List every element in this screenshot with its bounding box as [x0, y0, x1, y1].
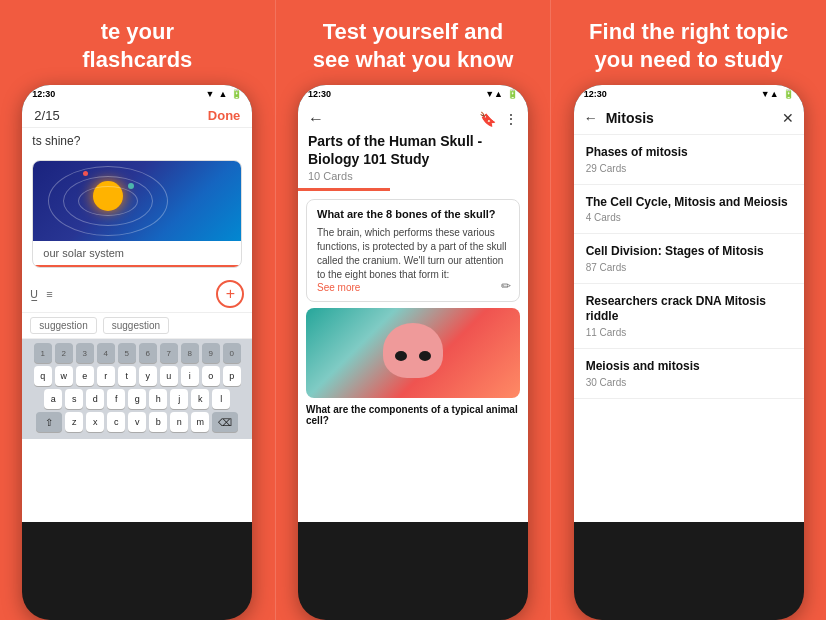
edit-icon[interactable]: ✏: [501, 279, 511, 293]
list-icon[interactable]: ≡: [46, 288, 52, 300]
keyboard[interactable]: 1 2 3 4 5 6 7 8 9 0 q w e r t y: [22, 339, 252, 439]
skull-image: [306, 308, 520, 398]
deck-count: 10 Cards: [298, 170, 528, 188]
card-image: [33, 161, 241, 241]
key-6[interactable]: 6: [139, 343, 157, 363]
key-i[interactable]: i: [181, 366, 199, 386]
key-l[interactable]: l: [212, 389, 230, 409]
time-3: 12:30: [584, 89, 607, 99]
panel-3-heading: Find the right topic you need to study: [571, 0, 806, 85]
key-z[interactable]: z: [65, 412, 83, 432]
key-x[interactable]: x: [86, 412, 104, 432]
key-1[interactable]: 1: [34, 343, 52, 363]
key-y[interactable]: y: [139, 366, 157, 386]
row-qwerty: q w e r t y u i o p: [24, 366, 250, 386]
item-title-2: Cell Division: Stages of Mitosis: [586, 244, 792, 260]
key-t[interactable]: t: [118, 366, 136, 386]
key-u[interactable]: u: [160, 366, 178, 386]
back-button-3[interactable]: ←: [584, 110, 598, 126]
suggestion-2[interactable]: suggestion: [103, 317, 169, 334]
key-q[interactable]: q: [34, 366, 52, 386]
phone-content-1: 2/15 Done ts shine? our solar system: [22, 102, 252, 522]
action-icons: 🔖 ⋮: [479, 111, 518, 127]
key-g[interactable]: g: [128, 389, 146, 409]
key-4[interactable]: 4: [97, 343, 115, 363]
key-n[interactable]: n: [170, 412, 188, 432]
list-item[interactable]: Meiosis and mitosis 30 Cards: [574, 349, 804, 399]
row-zxcv: ⇧ z x c v b n m ⌫: [24, 412, 250, 432]
key-k[interactable]: k: [191, 389, 209, 409]
key-h[interactable]: h: [149, 389, 167, 409]
status-bar-3: 12:30 ▼▲ 🔋: [574, 85, 804, 102]
list-item[interactable]: Cell Division: Stages of Mitosis 87 Card…: [574, 234, 804, 284]
key-s[interactable]: s: [65, 389, 83, 409]
signal-icon-2: ▼▲: [485, 89, 503, 99]
phone-frame-1: 12:30 ▼ ▲ 🔋 2/15 Done ts shine?: [22, 85, 252, 620]
key-o[interactable]: o: [202, 366, 220, 386]
skull-eye-right: [419, 351, 431, 361]
phone-frame-3: 12:30 ▼▲ 🔋 ← Mitosis ✕ Phases of mitosis…: [574, 85, 804, 620]
key-5[interactable]: 5: [118, 343, 136, 363]
key-p[interactable]: p: [223, 366, 241, 386]
key-0[interactable]: 0: [223, 343, 241, 363]
num-row: 1 2 3 4 5 6 7 8 9 0: [24, 343, 250, 363]
more-icon[interactable]: ⋮: [504, 111, 518, 127]
deck-title: Parts of the Human Skull - Biology 101 S…: [298, 132, 528, 170]
p1-topbar: 2/15 Done: [22, 102, 252, 128]
key-shift[interactable]: ⇧: [36, 412, 62, 432]
item-count-4: 30 Cards: [586, 377, 792, 388]
panel-3: Find the right topic you need to study 1…: [550, 0, 826, 620]
underline-icon[interactable]: U̲: [30, 288, 38, 301]
phone-content-2: ← 🔖 ⋮ Parts of the Human Skull - Biology…: [298, 102, 528, 522]
item-title-0: Phases of mitosis: [586, 145, 792, 161]
key-f[interactable]: f: [107, 389, 125, 409]
key-c[interactable]: c: [107, 412, 125, 432]
key-b[interactable]: b: [149, 412, 167, 432]
status-bar-1: 12:30 ▼ ▲ 🔋: [22, 85, 252, 102]
suggestions-bar: suggestion suggestion: [22, 312, 252, 339]
list-item[interactable]: Researchers crack DNA Mitosis riddle 11 …: [574, 284, 804, 349]
p2-topbar: ← 🔖 ⋮: [298, 102, 528, 132]
key-backspace[interactable]: ⌫: [212, 412, 238, 432]
card-answer: The brain, which performs these various …: [317, 226, 509, 282]
key-7[interactable]: 7: [160, 343, 178, 363]
search-title: Mitosis: [606, 110, 774, 126]
card-question: What are the 8 bones of the skull?: [317, 208, 509, 220]
key-e[interactable]: e: [76, 366, 94, 386]
see-more-link[interactable]: See more: [317, 282, 509, 293]
key-v[interactable]: v: [128, 412, 146, 432]
back-button-2[interactable]: ←: [308, 110, 324, 128]
signal-icon-3: ▼▲: [761, 89, 779, 99]
signal-icon: ▼: [205, 89, 214, 99]
wifi-icon: ▲: [218, 89, 227, 99]
answer-input[interactable]: our solar system: [33, 241, 241, 267]
key-w[interactable]: w: [55, 366, 73, 386]
key-3[interactable]: 3: [76, 343, 94, 363]
list-item[interactable]: Phases of mitosis 29 Cards: [574, 135, 804, 185]
list-item[interactable]: The Cell Cycle, Mitosis and Meiosis 4 Ca…: [574, 185, 804, 235]
bookmark-icon[interactable]: 🔖: [479, 111, 496, 127]
key-r[interactable]: r: [97, 366, 115, 386]
key-8[interactable]: 8: [181, 343, 199, 363]
question-text: ts shine?: [22, 128, 252, 152]
next-question: What are the components of a typical ani…: [298, 404, 528, 426]
flashcard-1: our solar system: [32, 160, 242, 268]
key-9[interactable]: 9: [202, 343, 220, 363]
key-d[interactable]: d: [86, 389, 104, 409]
phone-content-3: ← Mitosis ✕ Phases of mitosis 29 Cards T…: [574, 102, 804, 522]
study-card: What are the 8 bones of the skull? The b…: [306, 199, 520, 302]
time-2: 12:30: [308, 89, 331, 99]
key-a[interactable]: a: [44, 389, 62, 409]
p3-topbar: ← Mitosis ✕: [574, 102, 804, 135]
time-1: 12:30: [32, 89, 55, 99]
done-button[interactable]: Done: [208, 108, 241, 123]
key-2[interactable]: 2: [55, 343, 73, 363]
key-m[interactable]: m: [191, 412, 209, 432]
suggestion-1[interactable]: suggestion: [30, 317, 96, 334]
add-button[interactable]: +: [216, 280, 244, 308]
item-count-3: 11 Cards: [586, 327, 792, 338]
key-j[interactable]: j: [170, 389, 188, 409]
battery-icon-2: 🔋: [507, 89, 518, 99]
close-button[interactable]: ✕: [782, 110, 794, 126]
item-count-0: 29 Cards: [586, 163, 792, 174]
